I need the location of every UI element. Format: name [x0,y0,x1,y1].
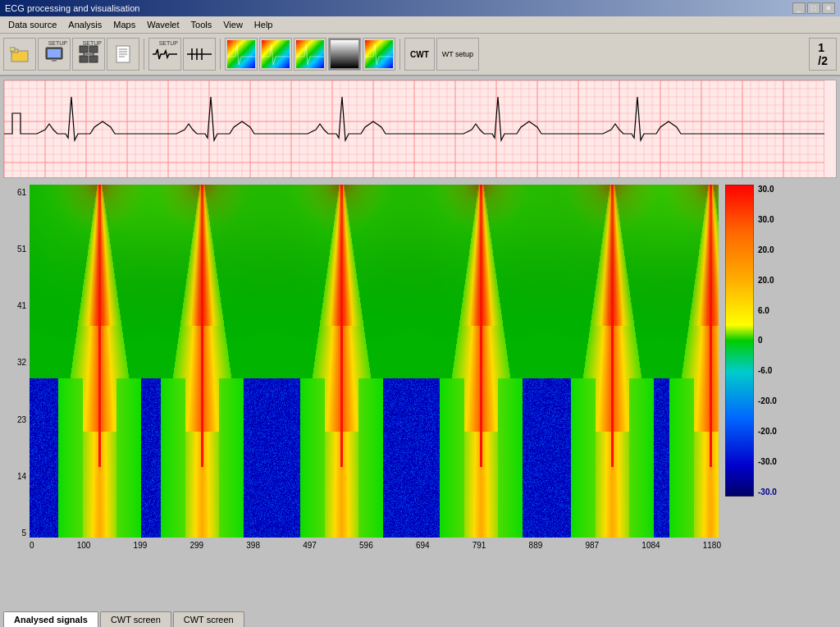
scale-neg30: -30.0 [758,457,777,466]
x-label-100: 100 [77,541,91,550]
y-label-61: 61 [17,188,26,197]
scale-20-2: 20.0 [758,276,777,285]
scale-neg20: -20.0 [758,396,777,405]
svg-rect-4 [48,49,61,57]
scale-30-top: 30.0 [758,185,777,194]
toolbar: SETUP SETUP SETUP [0,34,840,76]
cwt-plot [30,185,719,538]
ecg-strip [3,80,837,178]
x-axis-labels: 0 100 199 299 398 497 596 694 791 889 98… [3,541,721,550]
scale-labels: 30.0 30.0 20.0 20.0 6.0 0 -6.0 -20.0 -20… [758,185,777,497]
svg-rect-6 [80,46,88,53]
y-axis-labels: 61 51 41 32 23 14 5 [3,185,30,538]
menu-data-source[interactable]: Data source [3,18,62,31]
colormap-1-button[interactable] [225,38,258,71]
cwt-button[interactable]: CWT [404,38,435,71]
colormap-2-button[interactable] [259,38,292,71]
scale-6: 6.0 [758,306,777,315]
signal-proc-button[interactable] [183,38,216,71]
svg-rect-2 [10,48,15,51]
title-bar: ECG processing and visualisation _ □ ✕ [0,0,840,16]
y-label-51: 51 [17,245,26,254]
x-label-398: 398 [246,541,260,550]
minimize-button[interactable]: _ [792,2,806,14]
y-label-32: 32 [17,358,26,367]
wt-setup-button[interactable]: WT setup [436,38,479,71]
menu-view[interactable]: View [218,18,248,31]
tab-analysed-signals[interactable]: Analysed signals [3,611,98,627]
scale-0: 0 [758,336,777,345]
wt-setup-label: WT setup [442,50,473,58]
toolbar-separator-2 [220,39,221,70]
colormap-5-button[interactable] [363,38,395,71]
scale-30-2: 30.0 [758,215,777,224]
ecg-setup-button[interactable]: SETUP [148,38,181,71]
cwt-label: CWT [410,50,429,59]
x-label-0: 0 [30,541,34,550]
maximize-button[interactable]: □ [807,2,820,14]
color-scale: 30.0 30.0 20.0 20.0 6.0 0 -6.0 -20.0 -20… [725,185,791,539]
menu-tools[interactable]: Tools [186,18,217,31]
tab-cwt-screen-1[interactable]: CWT screen [100,611,171,627]
scale-neg30-bottom: -30.0 [758,487,777,497]
window-controls: _ □ ✕ [792,2,835,14]
svg-rect-7 [89,46,98,53]
x-label-596: 596 [359,541,373,550]
y-label-5: 5 [21,529,26,538]
x-label-694: 694 [416,541,430,550]
menu-bar: Data source Analysis Maps Wavelet Tools … [0,16,840,34]
scale-neg20-2: -20.0 [758,427,777,436]
menu-help[interactable]: Help [249,18,278,31]
setup-device-button[interactable]: SETUP [38,38,71,71]
x-label-1180: 1180 [703,541,721,550]
network-setup-button[interactable]: SETUP [72,38,105,71]
x-label-1084: 1084 [641,541,660,550]
colormap-4-button[interactable] [328,38,361,71]
svg-rect-8 [80,56,88,62]
x-label-987: 987 [585,541,599,550]
tab-cwt-screen-2[interactable]: CWT screen [173,611,244,627]
main-content: 61 51 41 32 23 14 5 30.0 30.0 [0,76,840,600]
menu-analysis[interactable]: Analysis [63,18,107,31]
y-label-23: 23 [17,415,26,424]
scale-20: 20.0 [758,245,777,254]
menu-wavelet[interactable]: Wavelet [142,18,184,31]
bottom-tabs: Analysed signals CWT screen CWT screen [0,610,248,627]
x-label-199: 199 [134,541,148,550]
toolbar-separator-1 [144,39,144,70]
scale-neg6: -6.0 [758,366,777,375]
window-title: ECG processing and visualisation [5,3,139,13]
y-label-14: 14 [17,472,26,481]
menu-maps[interactable]: Maps [108,18,140,31]
page-fraction: 1/2 [818,41,828,67]
svg-rect-9 [89,56,98,62]
open-file-button[interactable] [3,38,36,71]
x-label-889: 889 [529,541,543,550]
x-label-299: 299 [189,541,203,550]
notes-button[interactable] [107,38,139,71]
x-label-497: 497 [303,541,317,550]
close-button[interactable]: ✕ [822,2,835,14]
colormap-3-button[interactable] [294,38,326,71]
y-label-41: 41 [17,301,26,310]
page-number: 1/2 [809,38,837,71]
svg-rect-5 [52,59,57,62]
x-label-791: 791 [472,541,486,550]
toolbar-separator-3 [399,39,400,70]
